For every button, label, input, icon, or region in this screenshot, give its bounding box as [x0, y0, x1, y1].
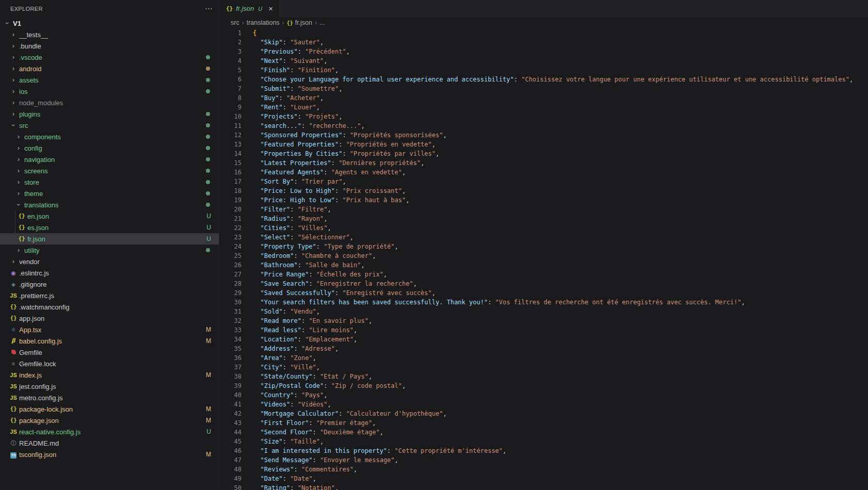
tree-file-package.json[interactable]: {}package.jsonM — [0, 415, 219, 426]
code-line-48[interactable]: 48 "Reviews": "Commentaires", — [220, 465, 868, 474]
line-number[interactable]: 21 — [220, 214, 242, 223]
line-number[interactable]: 10 — [220, 112, 242, 121]
tree-file-metro.config.js[interactable]: JSmetro.config.js — [0, 392, 219, 403]
tree-folder-src[interactable]: ›src — [0, 120, 219, 131]
code-line-38[interactable]: 38 "State/County": "Etat / Pays", — [220, 372, 868, 381]
line-number[interactable]: 5 — [220, 66, 242, 75]
line-number[interactable]: 13 — [220, 140, 242, 149]
code-editor[interactable]: 1{2 "Skip": "Sauter",3 "Previous": "Préc… — [220, 28, 868, 490]
line-number[interactable]: 33 — [220, 325, 242, 335]
tree-folder-theme[interactable]: ›theme — [0, 188, 219, 199]
code-line-20[interactable]: 20 "Filter": "Filtre", — [220, 205, 868, 214]
tree-folder-plugins[interactable]: ›plugins — [0, 108, 219, 120]
code-line-6[interactable]: 6 "Choose your Language for optimal user… — [220, 75, 868, 84]
tree-file-README.md[interactable]: ⓘREADME.md — [0, 437, 219, 449]
code-line-47[interactable]: 47 "Send Message": "Envoyer le message", — [220, 455, 868, 465]
tree-folder-assets[interactable]: ›assets — [0, 74, 219, 86]
tree-file-es.json[interactable]: {}es.jsonU — [0, 222, 219, 233]
line-number[interactable]: 39 — [220, 381, 242, 390]
code-line-49[interactable]: 49 "Date": "Date", — [220, 474, 868, 483]
line-number[interactable]: 32 — [220, 316, 242, 325]
code-line-5[interactable]: 5 "Finish": "Finition", — [220, 66, 868, 75]
tree-folder-android[interactable]: ›android — [0, 63, 219, 74]
tree-folder-config[interactable]: ›config — [0, 142, 219, 154]
code-line-25[interactable]: 25 "Bedroom": "Chambre à coucher", — [220, 251, 868, 260]
tree-folder-__tests__[interactable]: ›__tests__ — [0, 29, 219, 40]
line-number[interactable]: 38 — [220, 372, 242, 381]
code-line-23[interactable]: 23 "Select": "Sélectionner", — [220, 233, 868, 242]
line-number[interactable]: 20 — [220, 205, 242, 214]
code-line-44[interactable]: 44 "Second Floor": "Deuxième étage", — [220, 428, 868, 437]
line-number[interactable]: 50 — [220, 483, 242, 490]
code-line-18[interactable]: 18 "Price: Low to High": "Prix croissant… — [220, 186, 868, 195]
tree-file-babel.config.js[interactable]: βbabel.config.jsM — [0, 335, 219, 347]
code-line-10[interactable]: 10 "Projects": "Projets", — [220, 112, 868, 121]
tree-folder-translations[interactable]: ›translations — [0, 199, 219, 210]
code-line-41[interactable]: 41 "Videos": "Vidéos", — [220, 400, 868, 409]
code-line-34[interactable]: 34 "Location": "Emplacement", — [220, 335, 868, 344]
line-number[interactable]: 19 — [220, 195, 242, 205]
code-line-36[interactable]: 36 "Area": "Zone", — [220, 353, 868, 363]
tree-folder-.vscode[interactable]: ›.vscode — [0, 52, 219, 63]
code-line-42[interactable]: 42 "Mortgage Calculator": "Calculateur d… — [220, 409, 868, 418]
code-line-21[interactable]: 21 "Radius": "Rayon", — [220, 214, 868, 223]
tree-folder-ios[interactable]: ›ios — [0, 86, 219, 97]
tree-folder-utility[interactable]: ›utility — [0, 244, 219, 256]
line-number[interactable]: 24 — [220, 242, 242, 251]
line-number[interactable]: 29 — [220, 288, 242, 298]
tree-folder-store[interactable]: ›store — [0, 176, 219, 188]
code-line-32[interactable]: 32 "Read more": "En savoir plus", — [220, 316, 868, 325]
tree-folder-screens[interactable]: ›screens — [0, 165, 219, 176]
line-number[interactable]: 26 — [220, 260, 242, 270]
tree-file-fr.json[interactable]: {}fr.jsonU — [0, 233, 219, 244]
tree-file-App.tsx[interactable]: ⚛App.tsxM — [0, 324, 219, 335]
line-number[interactable]: 31 — [220, 307, 242, 316]
line-number[interactable]: 2 — [220, 38, 242, 47]
code-line-17[interactable]: 17 "Sort By": "Trier par", — [220, 177, 868, 186]
line-number[interactable]: 14 — [220, 149, 242, 158]
breadcrumb-item-symbol[interactable]: ... — [319, 19, 325, 26]
code-line-33[interactable]: 33 "Read less": "Lire moins", — [220, 325, 868, 335]
code-line-29[interactable]: 29 "Saved Successfully": "Enregistré ave… — [220, 288, 868, 298]
line-number[interactable]: 8 — [220, 93, 242, 103]
line-number[interactable]: 15 — [220, 158, 242, 168]
code-line-39[interactable]: 39 "Zip/Postal Code": "Zip / code postal… — [220, 381, 868, 390]
tree-file-.eslintrc.js[interactable]: ◉.eslintrc.js — [0, 267, 219, 279]
code-line-9[interactable]: 9 "Rent": "Louer", — [220, 103, 868, 112]
close-icon[interactable]: × — [268, 5, 273, 12]
code-line-7[interactable]: 7 "Submit": "Soumettre", — [220, 84, 868, 93]
line-number[interactable]: 45 — [220, 437, 242, 446]
tree-folder-navigation[interactable]: ›navigation — [0, 154, 219, 165]
tree-folder-components[interactable]: ›components — [0, 131, 219, 142]
line-number[interactable]: 12 — [220, 130, 242, 140]
line-number[interactable]: 22 — [220, 223, 242, 233]
tree-file-jest.config.js[interactable]: JSjest.config.js — [0, 381, 219, 392]
code-line-40[interactable]: 40 "Country": "Pays", — [220, 390, 868, 400]
code-line-13[interactable]: 13 "Featured Properties": "Propriétés en… — [220, 140, 868, 149]
line-number[interactable]: 30 — [220, 298, 242, 307]
tree-file-.prettierrc.js[interactable]: JS.prettierrc.js — [0, 290, 219, 301]
line-number[interactable]: 34 — [220, 335, 242, 344]
breadcrumb-item-src[interactable]: src — [231, 19, 239, 26]
line-number[interactable]: 40 — [220, 390, 242, 400]
tree-file-.watchmanconfig[interactable]: {}.watchmanconfig — [0, 301, 219, 313]
tree-file-Gemfile.lock[interactable]: ≡Gemfile.lock — [0, 358, 219, 369]
line-number[interactable]: 1 — [220, 28, 242, 38]
line-number[interactable]: 17 — [220, 177, 242, 186]
more-actions-icon[interactable]: ⋯ — [205, 6, 213, 11]
line-number[interactable]: 44 — [220, 428, 242, 437]
tree-file-package-lock.json[interactable]: {}package-lock.jsonM — [0, 403, 219, 415]
line-number[interactable]: 28 — [220, 279, 242, 288]
breadcrumb-item-translations[interactable]: translations — [247, 19, 280, 26]
code-line-45[interactable]: 45 "Size": "Taille", — [220, 437, 868, 446]
tree-folder-vendor[interactable]: ›vendor — [0, 256, 219, 267]
line-number[interactable]: 7 — [220, 84, 242, 93]
code-line-50[interactable]: 50 "Rating": "Notation", — [220, 483, 868, 490]
line-number[interactable]: 6 — [220, 75, 242, 84]
line-number[interactable]: 16 — [220, 168, 242, 177]
code-line-3[interactable]: 3 "Previous": "Précédent", — [220, 47, 868, 56]
code-line-31[interactable]: 31 "Sold": "Vendu", — [220, 307, 868, 316]
line-number[interactable]: 49 — [220, 474, 242, 483]
tree-file-tsconfig.json[interactable]: TStsconfig.jsonM — [0, 449, 219, 460]
code-line-24[interactable]: 24 "Property Type": "Type de propriété", — [220, 242, 868, 251]
